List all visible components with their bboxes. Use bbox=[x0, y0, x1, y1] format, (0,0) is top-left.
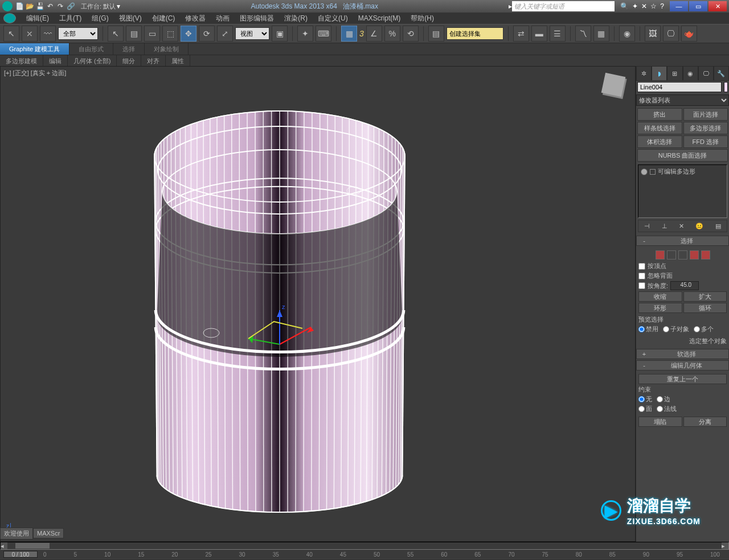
select-name-icon[interactable]: ▤ bbox=[126, 26, 142, 42]
btn-collapse[interactable]: 塌陷 bbox=[638, 417, 682, 427]
ribbon-sub-props[interactable]: 属性 bbox=[166, 55, 190, 66]
ribbon-tab-graphite[interactable]: Graphite 建模工具 bbox=[0, 43, 69, 55]
maximize-button[interactable]: ▭ bbox=[689, 1, 707, 11]
undo-icon[interactable]: ↶ bbox=[46, 2, 55, 11]
open-icon[interactable]: 📂 bbox=[25, 2, 34, 11]
search-input[interactable]: 键入关键字或短语 bbox=[512, 1, 615, 11]
menu-render[interactable]: 渲染(R) bbox=[280, 13, 312, 24]
radio-edge[interactable] bbox=[657, 396, 663, 402]
menu-grapheditor[interactable]: 图形编辑器 bbox=[235, 13, 279, 24]
select-region-icon[interactable]: ▭ bbox=[144, 26, 160, 42]
configure-icon[interactable]: ▤ bbox=[715, 223, 721, 230]
modifier-list[interactable]: 修改器列表 bbox=[636, 94, 729, 106]
ribbon-sub-geo[interactable]: 几何体 (全部) bbox=[68, 55, 117, 66]
ribbon-tab-freeform[interactable]: 自由形式 bbox=[69, 43, 113, 55]
btn-facesel[interactable]: 面片选择 bbox=[683, 108, 728, 121]
menu-group[interactable]: 组(G) bbox=[87, 13, 113, 24]
keyboard-shortcut-icon[interactable]: ⌨ bbox=[316, 26, 331, 42]
exchange-icon[interactable]: ✕ bbox=[641, 2, 647, 10]
bind-spacewarp-icon[interactable]: 〰 bbox=[40, 26, 56, 42]
tab-modify-icon[interactable]: ◗ bbox=[652, 66, 667, 81]
snap-2d-icon[interactable]: ▦ bbox=[341, 26, 357, 42]
render-icon[interactable]: 🫖 bbox=[681, 26, 697, 42]
render-setup-icon[interactable]: 🖼 bbox=[645, 26, 661, 42]
menu-tools[interactable]: 工具(T) bbox=[55, 13, 86, 24]
app-menu-button[interactable] bbox=[3, 13, 16, 23]
radio-none[interactable] bbox=[638, 396, 645, 402]
angle-spinner[interactable]: 45.0 bbox=[670, 281, 699, 290]
viewport-canvas[interactable] bbox=[1, 77, 604, 537]
ribbon-sub-align[interactable]: 对齐 bbox=[141, 55, 166, 66]
expand-icon[interactable] bbox=[650, 169, 656, 175]
chk-byvertex[interactable] bbox=[638, 263, 645, 270]
btn-extrude[interactable]: 挤出 bbox=[637, 108, 682, 121]
menu-view[interactable]: 视图(V) bbox=[114, 13, 146, 24]
pin-icon[interactable]: ⊣ bbox=[644, 223, 650, 230]
remove-mod-icon[interactable]: 😐 bbox=[695, 223, 703, 230]
favorite-icon[interactable]: ☆ bbox=[650, 2, 657, 10]
redo-icon[interactable]: ↷ bbox=[56, 2, 65, 11]
select-object-icon[interactable]: ↖ bbox=[108, 26, 124, 42]
save-icon[interactable]: 💾 bbox=[35, 2, 44, 11]
angle-snap-icon[interactable]: ∠ bbox=[366, 26, 382, 42]
stack-editable-poly[interactable]: 可编辑多边形 bbox=[641, 167, 724, 176]
percent-snap-icon[interactable]: % bbox=[384, 26, 400, 42]
tab-hierarchy-icon[interactable]: ⊞ bbox=[667, 66, 682, 81]
btn-ffdsel[interactable]: FFD 选择 bbox=[683, 135, 728, 148]
border-icon[interactable] bbox=[678, 250, 687, 260]
polygon-icon[interactable] bbox=[690, 250, 699, 260]
btn-repeat[interactable]: 重复上一个 bbox=[638, 374, 727, 384]
select-scale-icon[interactable]: ⤢ bbox=[217, 26, 233, 42]
menu-custom[interactable]: 自定义(U) bbox=[313, 13, 353, 24]
btn-detach[interactable]: 分离 bbox=[683, 417, 727, 427]
menu-modifier[interactable]: 修改器 bbox=[181, 13, 210, 24]
viewcube[interactable] bbox=[600, 71, 628, 100]
ribbon-sub-edit[interactable]: 编辑 bbox=[43, 55, 68, 66]
vertex-icon[interactable] bbox=[656, 250, 665, 260]
align-icon[interactable]: ▬ bbox=[531, 26, 547, 42]
show-end-icon[interactable]: ⊥ bbox=[662, 223, 667, 230]
material-editor-icon[interactable]: ◉ bbox=[619, 26, 635, 42]
roll-selection-header[interactable]: -选择 bbox=[636, 236, 729, 246]
radio-normal[interactable] bbox=[657, 406, 663, 412]
schematic-icon[interactable]: ▦ bbox=[593, 26, 609, 42]
edge-icon[interactable] bbox=[667, 250, 676, 260]
bulb-icon[interactable] bbox=[641, 168, 648, 175]
btn-loop[interactable]: 循环 bbox=[683, 303, 727, 313]
radio-multi[interactable] bbox=[694, 326, 700, 332]
link-icon[interactable]: 🔗 bbox=[66, 2, 75, 11]
chk-ignoreback[interactable] bbox=[638, 273, 645, 279]
ribbon-tab-select[interactable]: 选择 bbox=[113, 43, 145, 55]
welcome-tab[interactable]: 欢迎使用 bbox=[0, 528, 33, 540]
select-move-icon[interactable]: ✥ bbox=[181, 26, 196, 42]
minimize-button[interactable]: — bbox=[670, 1, 688, 11]
spinner-snap-icon[interactable]: ⟲ bbox=[403, 26, 419, 42]
radio-face[interactable] bbox=[638, 406, 645, 412]
time-slider[interactable]: 0 / 100 bbox=[3, 551, 38, 558]
select-rotate-icon[interactable]: ⟳ bbox=[199, 26, 215, 42]
unlink-icon[interactable]: ⤫ bbox=[22, 26, 38, 42]
tab-motion-icon[interactable]: ◉ bbox=[683, 66, 698, 81]
make-unique-icon[interactable]: ✕ bbox=[679, 223, 684, 230]
menu-anim[interactable]: 动画 bbox=[211, 13, 234, 24]
timeline[interactable]: 0 / 100 05101520253035404550556065707580… bbox=[0, 550, 729, 559]
btn-splinesel[interactable]: 样条线选择 bbox=[637, 122, 682, 134]
btn-grow[interactable]: 扩大 bbox=[683, 291, 727, 302]
subscription-icon[interactable]: ✦ bbox=[632, 2, 638, 10]
viewport-scrollbar[interactable]: ◂▸ bbox=[0, 542, 729, 550]
workspace-label[interactable]: 工作台: 默认 bbox=[81, 2, 116, 11]
mirror-icon[interactable]: ⇄ bbox=[513, 26, 529, 42]
btn-ring[interactable]: 环形 bbox=[638, 303, 682, 313]
help-icon[interactable]: ? bbox=[660, 2, 664, 10]
edit-namesel-icon[interactable]: ▤ bbox=[428, 26, 444, 42]
btn-polysel[interactable]: 多边形选择 bbox=[683, 122, 728, 134]
radio-subobj[interactable] bbox=[663, 326, 669, 332]
btn-volsel[interactable]: 体积选择 bbox=[637, 135, 682, 148]
curve-editor-icon[interactable]: 〽 bbox=[575, 26, 591, 42]
named-selection-set[interactable] bbox=[447, 27, 503, 40]
element-icon[interactable] bbox=[701, 250, 710, 260]
menu-maxscript[interactable]: MAXScript(M) bbox=[354, 13, 406, 23]
layer-icon[interactable]: ☰ bbox=[550, 26, 566, 42]
pivot-center-icon[interactable]: ▣ bbox=[272, 26, 288, 42]
select-link-icon[interactable]: ↖ bbox=[3, 26, 19, 42]
